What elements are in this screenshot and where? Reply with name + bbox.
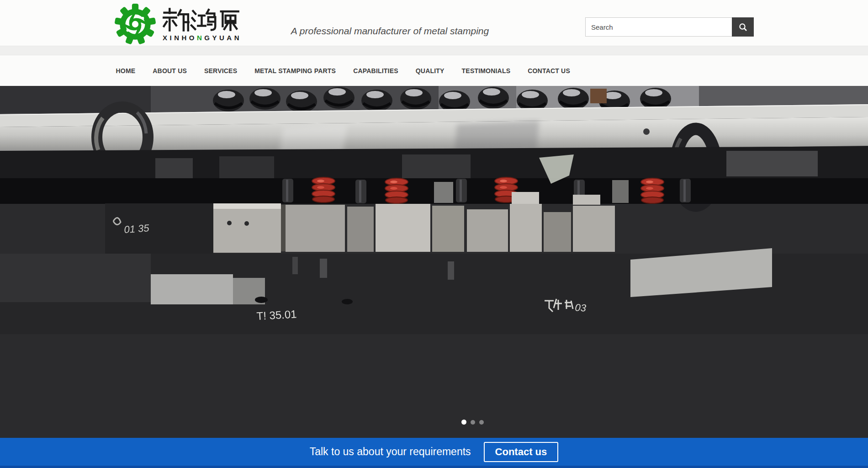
hero-slide-image: 01 35 T! 35.01 xyxy=(0,86,868,438)
nav-item-home[interactable]: HOME xyxy=(116,67,136,74)
search-icon xyxy=(739,23,747,32)
nav-item-testimonials[interactable]: TESTIMONIALS xyxy=(462,67,511,74)
site-header: 新鸿源 XINHONGYUAN A professional manufactu… xyxy=(0,0,868,46)
logo-latin-name: XINHONGYUAN xyxy=(163,34,245,42)
nav-item-contact-us[interactable]: CONTACT US xyxy=(528,67,570,74)
header-inner: 新鸿源 XINHONGYUAN A professional manufactu… xyxy=(114,0,754,46)
tagline: A professional manufacturer of metal sta… xyxy=(245,26,585,37)
nav-item-metal-stamping-parts[interactable]: METAL STAMPING PARTS xyxy=(254,67,336,74)
logo-chinese-name-strokes xyxy=(163,7,245,32)
search-input[interactable] xyxy=(585,17,732,37)
main-nav: HOME ABOUT US SERVICES METAL STAMPING PA… xyxy=(0,55,868,86)
contact-us-button[interactable]: Contact us xyxy=(484,442,559,462)
carousel-dot-1[interactable] xyxy=(461,420,466,425)
svg-text:01 35: 01 35 xyxy=(124,222,150,235)
cta-bar: Talk to us about your requirements Conta… xyxy=(0,438,868,468)
nav-item-about-us[interactable]: ABOUT US xyxy=(153,67,187,74)
nav-list: HOME ABOUT US SERVICES METAL STAMPING PA… xyxy=(113,55,756,86)
search-button[interactable] xyxy=(732,17,754,37)
logo-gear-icon xyxy=(114,3,156,45)
carousel-dots xyxy=(461,420,488,425)
nav-item-capabilities[interactable]: CAPABILITIES xyxy=(353,67,398,74)
cta-text: Talk to us about your requirements xyxy=(310,446,471,458)
carousel-dot-2[interactable] xyxy=(471,420,475,425)
page: 新鸿源 XINHONGYUAN A professional manufactu… xyxy=(0,0,868,468)
search-form xyxy=(585,17,754,37)
nav-item-quality[interactable]: QUALITY xyxy=(416,67,445,74)
svg-text:T! 35.01: T! 35.01 xyxy=(256,308,297,322)
svg-text:03: 03 xyxy=(575,302,587,314)
nav-item-services[interactable]: SERVICES xyxy=(204,67,237,74)
logo-text: 新鸿源 XINHONGYUAN xyxy=(163,7,245,42)
hero-carousel: 01 35 T! 35.01 xyxy=(0,86,868,438)
logo[interactable]: 新鸿源 XINHONGYUAN xyxy=(114,3,245,45)
carousel-dot-3[interactable] xyxy=(479,420,484,425)
